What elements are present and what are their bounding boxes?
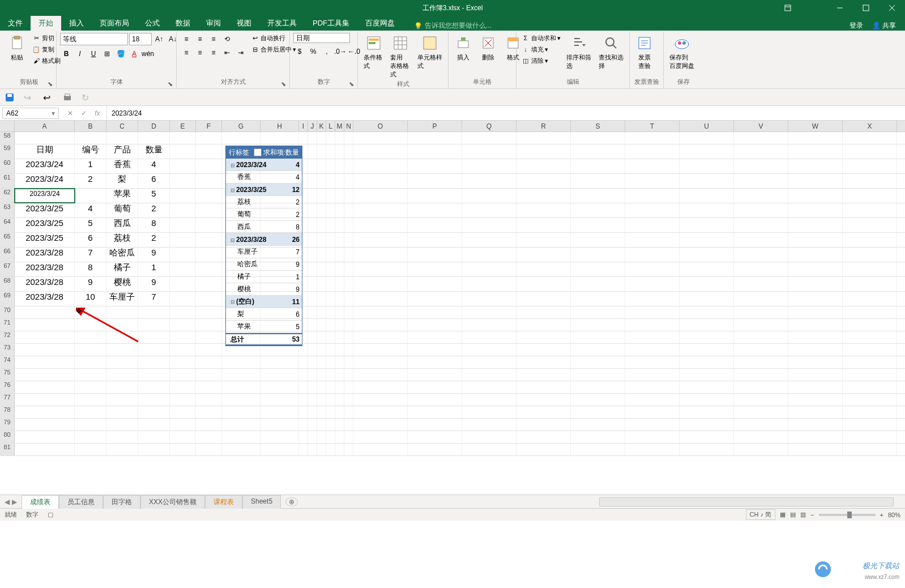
cell[interactable] [680, 344, 734, 356]
delete-cells-button[interactable]: 删除 [477, 33, 500, 63]
cell[interactable] [196, 356, 222, 368]
cell[interactable] [75, 394, 106, 406]
cell[interactable] [408, 394, 462, 406]
cell[interactable] [462, 331, 516, 343]
cell[interactable] [326, 344, 335, 356]
cell[interactable] [788, 203, 843, 218]
cell[interactable] [261, 381, 299, 393]
cell[interactable] [344, 203, 353, 218]
cell[interactable] [571, 306, 625, 318]
sheet-tab[interactable]: 成绩表 [22, 495, 59, 509]
cell[interactable] [75, 344, 106, 356]
increase-font-icon[interactable]: A↑ [153, 33, 165, 45]
row-header[interactable]: 63 [0, 203, 15, 218]
cell[interactable] [680, 419, 734, 431]
cell[interactable] [326, 306, 335, 318]
cell[interactable] [344, 306, 353, 318]
row-header[interactable]: 69 [0, 292, 15, 306]
cell[interactable] [317, 233, 326, 247]
cell[interactable] [196, 344, 222, 356]
number-dialog-launcher[interactable]: ⬊ [348, 80, 354, 86]
cell[interactable]: 9 [138, 277, 170, 291]
cell[interactable]: 车厘子 [106, 292, 138, 306]
row-header[interactable]: 70 [0, 306, 15, 318]
cell[interactable] [788, 369, 843, 381]
cell[interactable] [106, 369, 138, 381]
cell[interactable] [222, 369, 261, 381]
cell[interactable] [335, 159, 344, 173]
cell[interactable] [317, 444, 326, 455]
cell[interactable] [462, 218, 516, 232]
cell[interactable] [571, 444, 625, 455]
cell[interactable] [734, 419, 788, 431]
column-header[interactable]: R [516, 121, 571, 131]
cell[interactable] [299, 431, 308, 443]
cell[interactable] [408, 248, 462, 262]
cell[interactable] [625, 292, 680, 306]
cell[interactable] [308, 203, 317, 218]
share-button[interactable]: 👤 共享 [872, 21, 896, 31]
cell[interactable] [571, 356, 625, 368]
cell[interactable] [353, 174, 408, 188]
save-icon[interactable] [5, 92, 15, 103]
cell[interactable] [75, 319, 106, 331]
cell[interactable] [680, 394, 734, 406]
align-middle-icon[interactable]: ≡ [194, 33, 206, 45]
cell[interactable] [353, 233, 408, 247]
cell[interactable] [625, 356, 680, 368]
view-normal-icon[interactable]: ▦ [780, 511, 786, 518]
cell[interactable]: 6 [138, 174, 170, 188]
cell[interactable] [170, 262, 196, 276]
cell[interactable] [344, 248, 353, 262]
cell[interactable] [680, 203, 734, 218]
ime-indicator[interactable]: CH ♪ 简 [746, 509, 776, 520]
cell[interactable] [788, 431, 843, 443]
cell[interactable] [516, 306, 571, 318]
cell[interactable]: 香蕉 [106, 159, 138, 173]
row-header[interactable]: 76 [0, 381, 15, 393]
cell[interactable]: 苹果 [106, 189, 138, 203]
ribbon-tab-2[interactable]: 插入 [61, 16, 92, 31]
cell[interactable] [734, 356, 788, 368]
cell[interactable] [680, 277, 734, 291]
cell[interactable] [680, 306, 734, 318]
pivot-row[interactable]: 樱桃9 [226, 283, 302, 296]
cell[interactable] [308, 248, 317, 262]
cell[interactable] [571, 248, 625, 262]
column-header[interactable]: P [408, 121, 462, 131]
cell[interactable] [516, 444, 571, 455]
cell[interactable] [335, 248, 344, 262]
cell[interactable] [408, 406, 462, 418]
cell[interactable]: 2 [138, 233, 170, 247]
font-dialog-launcher[interactable]: ⬊ [167, 80, 173, 86]
align-right-icon[interactable]: ≡ [207, 46, 220, 59]
cell[interactable]: 日期 [15, 144, 75, 159]
row-header[interactable]: 72 [0, 331, 15, 343]
cell[interactable] [170, 344, 196, 356]
cell[interactable] [196, 394, 222, 406]
cell[interactable] [462, 344, 516, 356]
cell[interactable] [326, 132, 335, 144]
cell[interactable]: 2023/3/28 [15, 248, 75, 262]
cell[interactable] [326, 356, 335, 368]
cell[interactable] [335, 174, 344, 188]
cell[interactable] [335, 203, 344, 218]
cell[interactable] [138, 444, 170, 455]
cell[interactable] [308, 189, 317, 203]
cell[interactable]: 2023/3/24 [15, 159, 75, 173]
ribbon-display-options-icon[interactable] [784, 4, 792, 12]
ribbon-tab-9[interactable]: PDF工具集 [305, 16, 357, 31]
cell[interactable] [516, 431, 571, 443]
cell[interactable] [15, 306, 75, 318]
pivot-table[interactable]: 行标签▾ 求和项:数量 2023/3/244香蕉42023/3/2512荔枝2葡… [225, 146, 302, 346]
ribbon-tab-10[interactable]: 百度网盘 [357, 16, 403, 31]
cell[interactable] [734, 406, 788, 418]
cell[interactable] [516, 248, 571, 262]
row-header[interactable]: 73 [0, 344, 15, 356]
cell[interactable] [734, 394, 788, 406]
cell[interactable] [625, 344, 680, 356]
underline-button[interactable]: U [87, 48, 100, 60]
cell[interactable] [516, 174, 571, 188]
cell[interactable] [625, 306, 680, 318]
cell[interactable] [571, 431, 625, 443]
